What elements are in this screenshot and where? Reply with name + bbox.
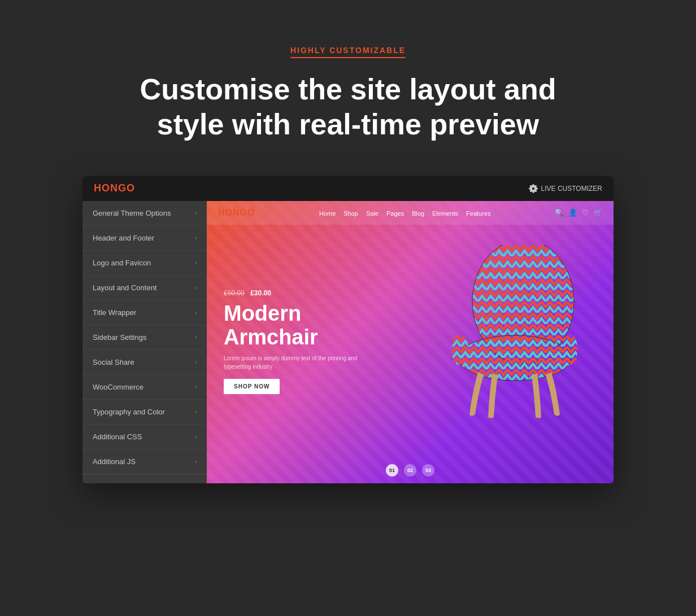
- preview-nav-logo: HONGO: [218, 208, 255, 218]
- browser-logo: HONGO: [94, 182, 135, 194]
- sidebar-item-sidebar-settings[interactable]: Sidebar Settings ›: [82, 325, 207, 350]
- chevron-icon: ›: [195, 235, 197, 241]
- sidebar-item-additional-js[interactable]: Additional JS ›: [82, 449, 207, 474]
- user-icon: 👤: [568, 208, 577, 217]
- price-new: £30.00: [250, 289, 271, 297]
- sidebar-item-title-wrapper[interactable]: Title Wrapper ›: [82, 300, 207, 325]
- chevron-icon: ›: [195, 210, 197, 216]
- chevron-icon: ›: [195, 384, 197, 390]
- product-description: Lorem ipsum is simply dummy text of the …: [224, 354, 382, 371]
- chevron-icon: ›: [195, 260, 197, 266]
- shop-now-button[interactable]: SHOP NOW: [224, 379, 280, 394]
- browser-mockup: HONGO LIVE CUSTOMIZER General Theme Opti…: [82, 176, 614, 483]
- sidebar-item-header-and-footer[interactable]: Header and Footer ›: [82, 226, 207, 251]
- cart-icon: 🛒: [593, 208, 602, 217]
- nav-link-sale[interactable]: Sale: [366, 210, 379, 217]
- sidebar-item-social-share[interactable]: Social Share ›: [82, 350, 207, 375]
- gear-icon: [529, 184, 538, 193]
- nav-link-shop[interactable]: Shop: [343, 210, 358, 217]
- chevron-icon: ›: [195, 285, 197, 291]
- live-customizer-button[interactable]: LIVE CUSTOMIZER: [529, 184, 602, 193]
- chevron-icon: ›: [195, 309, 197, 316]
- sidebar-menu: General Theme Options › Header and Foote…: [82, 201, 207, 474]
- preview-nav: HONGO Home Shop Sale Pages Blog Elements…: [207, 201, 614, 225]
- price-old: £50.00: [224, 289, 245, 297]
- price-row: £50.00 £30.00: [224, 287, 382, 298]
- preview-area: HONGO Home Shop Sale Pages Blog Elements…: [207, 201, 614, 483]
- chevron-icon: ›: [195, 334, 197, 340]
- sidebar-item-logo-and-favicon[interactable]: Logo and Favicon ›: [82, 251, 207, 276]
- browser-topbar: HONGO LIVE CUSTOMIZER: [82, 176, 614, 201]
- hero-title: Customise the site layout and style with…: [140, 72, 556, 142]
- product-image: [427, 225, 597, 457]
- preview-hero: £50.00 £30.00 Modern Armchair Lorem ipsu…: [207, 225, 614, 457]
- preview-logo-light: GO: [240, 208, 255, 217]
- live-customizer-label: LIVE CUSTOMIZER: [541, 185, 602, 193]
- nav-link-pages[interactable]: Pages: [386, 210, 404, 217]
- logo-bold: HON: [94, 182, 118, 194]
- nav-link-elements[interactable]: Elements: [432, 210, 458, 217]
- preview-website: HONGO Home Shop Sale Pages Blog Elements…: [207, 201, 614, 483]
- search-icon: 🔍: [555, 208, 564, 217]
- hero-section: HIGHLY CUSTOMIZABLE Customise the site l…: [140, 45, 556, 142]
- nav-link-home[interactable]: Home: [319, 210, 336, 217]
- preview-logo-bold: HON: [218, 208, 240, 217]
- chevron-icon: ›: [195, 409, 197, 415]
- armchair-svg: [427, 245, 597, 437]
- nav-link-features[interactable]: Features: [466, 210, 490, 217]
- sidebar-item-general-theme-options[interactable]: General Theme Options ›: [82, 201, 207, 226]
- sidebar-item-layout-and-content[interactable]: Layout and Content ›: [82, 276, 207, 300]
- preview-nav-links: Home Shop Sale Pages Blog Elements Featu…: [319, 208, 491, 218]
- subtitle-tag: HIGHLY CUSTOMIZABLE: [290, 46, 406, 58]
- logo-light: GO: [118, 182, 135, 194]
- browser-content: General Theme Options › Header and Foote…: [82, 201, 614, 483]
- product-title: Modern Armchair: [224, 302, 382, 349]
- sidebar-item-woocommerce[interactable]: WooCommerce ›: [82, 375, 207, 400]
- customizer-sidebar: General Theme Options › Header and Foote…: [82, 201, 207, 483]
- chevron-icon: ›: [195, 434, 197, 440]
- preview-nav-icons: 🔍 👤 ♡ 🛒: [555, 208, 602, 217]
- sidebar-item-typography-and-color[interactable]: Typography and Color ›: [82, 400, 207, 425]
- sidebar-item-additional-css[interactable]: Additional CSS ›: [82, 425, 207, 449]
- chevron-icon: ›: [195, 458, 197, 465]
- heart-icon: ♡: [582, 208, 589, 217]
- sidebar-footer: Powered By ThemeZaa: [82, 474, 207, 483]
- nav-link-blog[interactable]: Blog: [412, 210, 424, 217]
- preview-hero-text: £50.00 £30.00 Modern Armchair Lorem ipsu…: [224, 287, 382, 394]
- chevron-icon: ›: [195, 359, 197, 365]
